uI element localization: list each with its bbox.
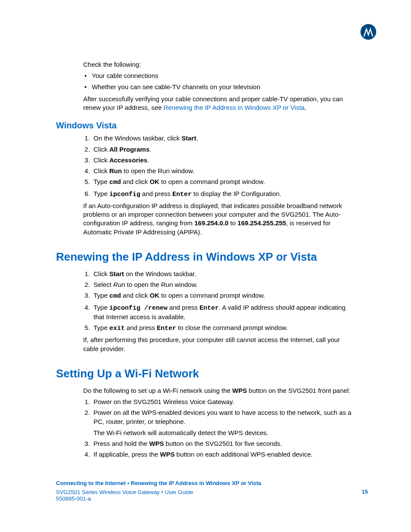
vista-apipa-note: If an Auto-configuration IP address is d… (83, 202, 355, 236)
svg-point-0 (361, 24, 376, 40)
check-intro: Check the following: (83, 60, 355, 69)
wifi-step-1: Power on the SVG2501 Wireless Voice Gate… (92, 398, 355, 406)
bullet-cable-tv: Whether you can see cable-TV channels on… (83, 83, 355, 91)
renew-step-2: Select Run to open the Run window. (92, 280, 355, 289)
renew-step-4: Type ipconfig /renew and press Enter. A … (92, 303, 355, 322)
wifi-step-4: If applicable, press the WPS button on e… (92, 450, 355, 459)
renew-step-3: Type cmd and click OK to open a command … (92, 291, 355, 301)
footer-doc-number: 550885-001-a (56, 495, 355, 502)
heading-renewing-ip: Renewing the IP Address in Windows XP or… (56, 250, 355, 264)
footer-breadcrumb: Connecting to the Internet • Renewing th… (56, 480, 355, 486)
renew-step-1: Click Start on the Windows taskbar. (92, 270, 355, 278)
after-verify-text: After successfully verifying your cable … (83, 95, 355, 112)
renew-step-5: Type exit and press Enter to close the c… (92, 324, 355, 333)
vista-step-3: Click Accessories. (92, 156, 355, 165)
footer-guide-title: SVG2501 Series Wireless Voice Gateway • … (56, 489, 355, 495)
heading-wifi-setup: Setting Up a Wi-Fi Network (56, 367, 355, 380)
wifi-step-3: Press and hold the WPS button on the SVG… (92, 439, 355, 448)
footer-page-number: 15 (362, 488, 368, 495)
vista-step-4: Click Run to open the Run window. (92, 167, 355, 175)
wifi-step-2: Power on all the WPS-enabled devices you… (92, 408, 355, 437)
vista-step-5: Type cmd and click OK to open a command … (92, 177, 355, 187)
vista-step-2: Click All Programs. (92, 145, 355, 154)
heading-windows-vista: Windows Vista (56, 121, 355, 131)
renew-fallback-note: If, after performing this procedure, you… (83, 336, 355, 353)
bullet-cable-connections: Your cable connections (83, 72, 355, 80)
renew-ip-link[interactable]: Renewing the IP Address in Windows XP or… (164, 104, 305, 111)
vista-step-1: On the Windows taskbar, click Start. (92, 134, 355, 143)
wifi-intro: Do the following to set up a Wi-Fi netwo… (83, 386, 355, 395)
motorola-logo-icon (360, 24, 377, 40)
vista-step-6: Type ipconfig and press Enter to display… (92, 190, 355, 199)
